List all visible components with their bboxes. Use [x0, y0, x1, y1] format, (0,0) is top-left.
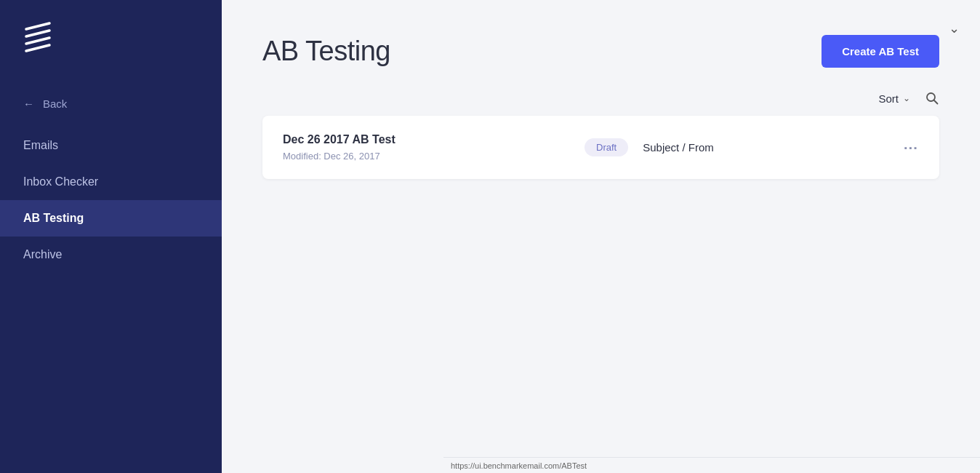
table-row: Dec 26 2017 AB Test Modified: Dec 26, 20…: [262, 116, 939, 179]
sort-label: Sort: [878, 92, 899, 105]
svg-line-0: [26, 23, 49, 29]
sort-chevron-icon: ⌄: [903, 93, 910, 103]
statusbar: https://ui.benchmarkemail.com/ABTest: [443, 457, 980, 473]
main-content: ⌄ AB Testing Create AB Test Sort ⌄ Dec 2…: [222, 0, 980, 473]
toolbar: Sort ⌄: [222, 91, 980, 116]
back-arrow-icon: ←: [23, 98, 34, 110]
brand-logo-icon: [20, 20, 55, 55]
sidebar-item-archive[interactable]: Archive: [0, 236, 222, 273]
statusbar-url: https://ui.benchmarkemail.com/ABTest: [451, 461, 587, 470]
card-menu-button[interactable]: ⋯: [903, 139, 919, 156]
card-meta: Draft Subject / From: [585, 138, 714, 156]
sidebar: ← Back Emails Inbox Checker AB Testing A…: [0, 0, 222, 473]
search-icon: [925, 91, 939, 106]
svg-line-5: [934, 100, 938, 104]
sidebar-item-label-emails: Emails: [23, 139, 58, 151]
main-header: AB Testing Create AB Test: [222, 0, 980, 91]
sidebar-item-label-inbox-checker: Inbox Checker: [23, 175, 98, 188]
back-label: Back: [43, 98, 67, 110]
sidebar-item-inbox-checker[interactable]: Inbox Checker: [0, 164, 222, 200]
svg-line-2: [26, 38, 49, 44]
card-subtitle: Modified: Dec 26, 2017: [283, 151, 395, 162]
sidebar-item-ab-testing[interactable]: AB Testing: [0, 200, 222, 236]
card-info: Dec 26 2017 AB Test Modified: Dec 26, 20…: [283, 133, 395, 162]
ab-test-list: Dec 26 2017 AB Test Modified: Dec 26, 20…: [222, 116, 980, 448]
search-button[interactable]: [925, 91, 939, 106]
sidebar-logo: [0, 0, 222, 87]
card-title: Dec 26 2017 AB Test: [283, 133, 395, 146]
status-badge: Draft: [585, 138, 628, 156]
card-type: Subject / From: [643, 141, 714, 154]
top-right-chevron-icon[interactable]: ⌄: [949, 20, 960, 36]
svg-line-1: [26, 31, 49, 36]
create-ab-test-button[interactable]: Create AB Test: [822, 35, 939, 68]
sidebar-nav: ← Back Emails Inbox Checker AB Testing A…: [0, 87, 222, 273]
back-button[interactable]: ← Back: [0, 87, 222, 120]
sidebar-item-label-ab-testing: AB Testing: [23, 212, 84, 224]
sidebar-item-emails[interactable]: Emails: [0, 127, 222, 164]
svg-line-3: [26, 45, 49, 51]
sort-button[interactable]: Sort ⌄: [878, 92, 910, 105]
sidebar-item-label-archive: Archive: [23, 248, 62, 261]
page-title: AB Testing: [262, 36, 390, 67]
